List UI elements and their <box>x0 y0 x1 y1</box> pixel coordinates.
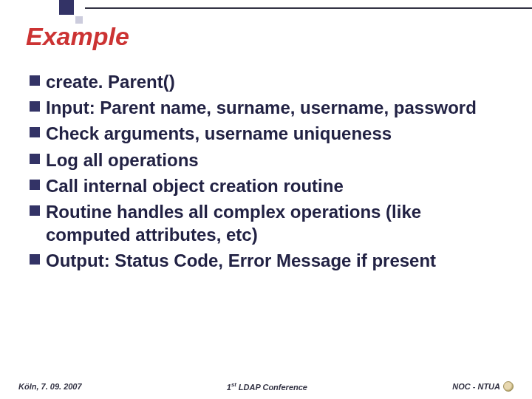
list-item: Log all operations <box>30 149 510 171</box>
bullet-icon <box>30 254 40 265</box>
list-item-label: Log all operations <box>46 149 510 171</box>
owl-logo-icon <box>503 381 514 392</box>
list-item-label: Input: Parent name, surname, username, p… <box>46 96 510 119</box>
divider <box>85 7 532 9</box>
footer-org-label: NOC - NTUA <box>452 382 500 391</box>
list-item-label: Call internal object creation routine <box>46 174 510 197</box>
list-item: Routine handles all complex operations (… <box>30 200 510 246</box>
footer-center-suffix: LDAP Conference <box>236 383 307 392</box>
footer-center-sup: st <box>231 381 236 388</box>
page-title: Example <box>26 22 129 51</box>
list-item-label: Routine handles all complex operations (… <box>46 200 510 246</box>
bullet-icon <box>30 180 40 190</box>
bullet-icon <box>30 75 40 86</box>
list-item: Check arguments, username uniqueness <box>30 122 510 145</box>
list-item: Call internal object creation routine <box>30 174 510 197</box>
footer-title: 1st LDAP Conference <box>82 381 453 392</box>
list-item-label: Check arguments, username uniqueness <box>46 122 510 145</box>
square-icon <box>59 0 74 15</box>
footer-date: Köln, 7. 09. 2007 <box>18 382 82 391</box>
bullet-list: create. Parent() Input: Parent name, sur… <box>30 70 510 276</box>
list-item: Output: Status Code, Error Message if pr… <box>30 249 510 272</box>
list-item: Input: Parent name, surname, username, p… <box>30 96 510 119</box>
slide: Example create. Parent() Input: Parent n… <box>0 0 532 399</box>
bullet-icon <box>30 127 40 137</box>
bullet-icon <box>30 101 40 112</box>
list-item: create. Parent() <box>30 70 510 93</box>
bullet-icon <box>30 154 40 164</box>
footer-org: NOC - NTUA <box>452 381 514 392</box>
list-item-label: Output: Status Code, Error Message if pr… <box>46 249 510 272</box>
bullet-icon <box>30 205 40 216</box>
footer: Köln, 7. 09. 2007 1st LDAP Conference NO… <box>0 381 532 392</box>
list-item-label: create. Parent() <box>46 70 510 93</box>
